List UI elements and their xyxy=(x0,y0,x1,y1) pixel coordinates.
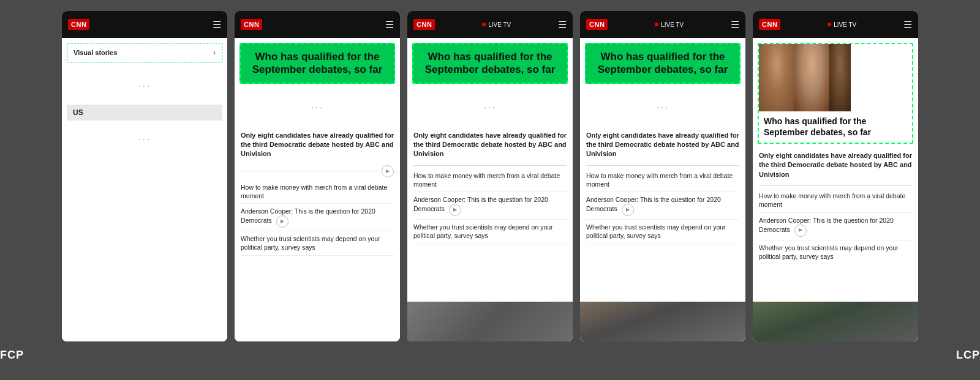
headline-text-2: Who has qualified for the September deba… xyxy=(248,50,386,76)
main-article-text-3: Only eight candidates have already quali… xyxy=(413,126,567,163)
bottom-image-overlay-3 xyxy=(407,302,573,341)
live-dot-3 xyxy=(482,23,486,26)
phone4-content: Who has qualified for the September deba… xyxy=(580,38,745,341)
play-icon-4-1[interactable]: ▶ xyxy=(622,204,634,216)
live-tv-badge-5[interactable]: LIVE TV xyxy=(827,21,856,28)
article-item-2-1[interactable]: Anderson Cooper: This is the question fo… xyxy=(241,204,394,231)
navbar-3: CNN LIVE TV ☰ xyxy=(407,11,573,38)
navbar-2: CNN ☰ xyxy=(235,11,400,38)
headline-text-4: Who has qualified for the September deba… xyxy=(594,50,732,76)
bottom-image-5 xyxy=(753,302,918,341)
article-item-5-2[interactable]: Whether you trust scientists may depend … xyxy=(759,240,912,264)
phone3-content: Who has qualified for the September deba… xyxy=(407,38,573,341)
article-body-4: Only eight candidates have already quali… xyxy=(580,126,745,300)
main-container: CNN ☰ Visual stories › ··· US ··· CNN ☰ … xyxy=(0,0,980,341)
cnn-logo-2: CNN xyxy=(241,19,262,30)
cnn-logo-4: CNN xyxy=(586,19,608,30)
visual-stories-bar[interactable]: Visual stories › xyxy=(67,43,222,62)
main-article-text-4: Only eight candidates have already quali… xyxy=(586,126,739,163)
loading-dots-1: ··· xyxy=(62,67,227,105)
article-body-5: Only eight candidates have already quali… xyxy=(753,144,918,299)
article-item-2-0[interactable]: How to make money with merch from a vira… xyxy=(241,180,394,204)
article-item-text-3-1: Anderson Cooper: This is the question fo… xyxy=(413,196,548,212)
hamburger-icon-3[interactable]: ☰ xyxy=(558,19,567,31)
phone-4: CNN LIVE TV ☰ Who has qualified for the … xyxy=(580,11,745,341)
live-tv-text-4: LIVE TV xyxy=(661,21,684,28)
article-body-3: Only eight candidates have already quali… xyxy=(407,126,573,300)
bottom-image-overlay-5 xyxy=(753,302,918,341)
bottom-image-3 xyxy=(407,302,573,341)
dots-2: ··· xyxy=(235,89,400,126)
article-item-text-5-1: Anderson Cooper: This is the question fo… xyxy=(759,217,894,233)
video-row-2: ▶ xyxy=(241,163,394,180)
lcp-content-row xyxy=(759,44,912,111)
lcp-label: LCP xyxy=(956,349,980,362)
article-item-3-1[interactable]: Anderson Cooper: This is the question fo… xyxy=(413,192,567,220)
headline-box-2: Who has qualified for the September deba… xyxy=(239,43,395,84)
play-icon-5-1[interactable]: ▶ xyxy=(794,225,807,237)
article-item-3-2[interactable]: Whether you trust scientists may depend … xyxy=(413,220,567,244)
fcp-label: FCP xyxy=(0,349,24,362)
article-body-2: Only eight candidates have already quali… xyxy=(235,126,400,342)
visual-stories-label: Visual stories xyxy=(74,49,117,56)
headline-box-3: Who has qualified for the September deba… xyxy=(412,43,568,84)
dots-4: ··· xyxy=(580,89,745,126)
cnn-logo-5: CNN xyxy=(759,19,780,30)
lcp-top-box: Who has qualified for the September deba… xyxy=(758,43,913,144)
hamburger-icon-5[interactable]: ☰ xyxy=(903,19,912,31)
face-booker xyxy=(829,44,851,111)
navbar-5: CNN LIVE TV ☰ xyxy=(753,11,918,38)
faces-container xyxy=(759,44,851,111)
article-item-5-1[interactable]: Anderson Cooper: This is the question fo… xyxy=(759,213,912,240)
cnn-logo-1: CNN xyxy=(68,19,89,30)
phone5-content: Who has qualified for the September deba… xyxy=(753,38,918,341)
play-icon-3-1[interactable]: ▶ xyxy=(449,204,461,216)
hamburger-icon-4[interactable]: ☰ xyxy=(731,19,739,31)
phone1-content: Visual stories › ··· US ··· xyxy=(62,38,227,341)
phone2-content: Who has qualified for the September deba… xyxy=(235,38,400,341)
navbar-1: CNN ☰ xyxy=(62,11,227,38)
face-biden xyxy=(794,44,830,111)
loading-dots-2: ··· xyxy=(62,121,227,158)
cnn-logo-3: CNN xyxy=(413,19,435,30)
labels-row: FCP LCP xyxy=(0,341,980,365)
live-dot-4 xyxy=(655,23,658,26)
phone-3: CNN LIVE TV ☰ Who has qualified for the … xyxy=(407,11,573,341)
live-tv-badge-4[interactable]: LIVE TV xyxy=(655,21,684,28)
bottom-image-4 xyxy=(580,302,745,341)
lcp-headline-area: Who has qualified for the September deba… xyxy=(759,111,912,143)
article-item-5-0[interactable]: How to make money with merch from a vira… xyxy=(759,188,912,212)
play-icon-2-1[interactable]: ▶ xyxy=(276,215,288,228)
dots-3: ··· xyxy=(407,89,573,126)
us-section-bar: US xyxy=(67,105,222,121)
phone-fcp: CNN ☰ Visual stories › ··· US ··· xyxy=(62,11,227,341)
live-tv-text-3: LIVE TV xyxy=(488,21,511,28)
headline-text-3: Who has qualified for the September deba… xyxy=(421,50,559,76)
article-item-4-2[interactable]: Whether you trust scientists may depend … xyxy=(586,220,739,244)
live-tv-badge-3[interactable]: LIVE TV xyxy=(482,21,511,28)
phone-lcp: CNN LIVE TV ☰ xyxy=(753,11,918,341)
headline-text-5: Who has qualified for the September deba… xyxy=(764,116,907,138)
hamburger-icon-1[interactable]: ☰ xyxy=(213,19,221,31)
face-kamala xyxy=(759,44,794,111)
article-item-3-0[interactable]: How to make money with merch from a vira… xyxy=(413,168,567,192)
main-article-text-2: Only eight candidates have already quali… xyxy=(241,126,394,163)
hamburger-icon-2[interactable]: ☰ xyxy=(385,19,394,31)
article-item-text-2-1: Anderson Cooper: This is the question fo… xyxy=(241,207,375,224)
article-item-4-1[interactable]: Anderson Cooper: This is the question fo… xyxy=(586,192,739,220)
article-item-4-0[interactable]: How to make money with merch from a vira… xyxy=(586,168,739,192)
main-article-text-5: Only eight candidates have already quali… xyxy=(759,146,912,183)
article-item-text-4-1: Anderson Cooper: This is the question fo… xyxy=(586,196,721,212)
chevron-right-icon: › xyxy=(213,48,216,57)
navbar-4: CNN LIVE TV ☰ xyxy=(580,11,745,38)
article-item-2-2[interactable]: Whether you trust scientists may depend … xyxy=(241,231,394,255)
live-tv-text-5: LIVE TV xyxy=(834,21,856,28)
live-dot-5 xyxy=(827,23,831,26)
phone-2: CNN ☰ Who has qualified for the Septembe… xyxy=(235,11,400,341)
play-button-2[interactable]: ▶ xyxy=(382,165,394,177)
headline-box-4: Who has qualified for the September deba… xyxy=(585,43,741,84)
bottom-image-overlay-4 xyxy=(580,302,745,341)
